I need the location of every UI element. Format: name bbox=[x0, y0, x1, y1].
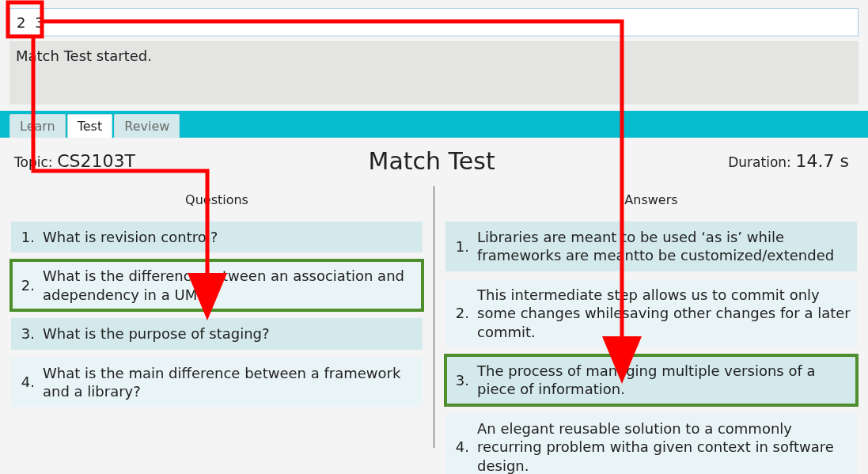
duration: Duration: 14.7 s bbox=[728, 151, 849, 171]
item-number: 4. bbox=[17, 374, 35, 390]
item-text: What is revision control? bbox=[43, 228, 416, 246]
tab-learn[interactable]: Learn bbox=[9, 114, 66, 138]
item-text: An elegant reusable solution to a common… bbox=[477, 419, 851, 474]
item-number: 3. bbox=[452, 372, 469, 389]
item-number: 1. bbox=[452, 238, 469, 255]
columns: Questions 1. What is revision control? 2… bbox=[0, 181, 868, 448]
question-item[interactable]: 1. What is revision control? bbox=[11, 222, 423, 252]
status-bar: Match Test started. bbox=[9, 41, 859, 104]
tab-label: Review bbox=[124, 119, 169, 134]
item-number: 2. bbox=[17, 277, 35, 294]
item-text: The process of managing multiple version… bbox=[477, 362, 851, 399]
question-item[interactable]: 2. What is the difference between an ass… bbox=[11, 260, 423, 310]
page-title: Match Test bbox=[135, 147, 728, 175]
tab-review[interactable]: Review bbox=[114, 114, 180, 138]
questions-column: Questions 1. What is revision control? 2… bbox=[0, 186, 434, 448]
command-input[interactable]: 2 3 bbox=[9, 8, 859, 36]
item-number: 1. bbox=[17, 229, 35, 245]
tab-test[interactable]: Test bbox=[67, 114, 113, 138]
item-number: 4. bbox=[452, 438, 469, 455]
topic: Topic: CS2103T bbox=[14, 151, 135, 171]
topic-label: Topic: bbox=[14, 154, 53, 170]
header-row: Topic: CS2103T Match Test Duration: 14.7… bbox=[0, 138, 868, 181]
item-text: What is the purpose of staging? bbox=[43, 324, 416, 343]
question-item[interactable]: 4. What is the main difference between a… bbox=[11, 358, 423, 408]
tab-label: Learn bbox=[20, 119, 55, 134]
answers-column: Answers 1. Libraries are meant to be use… bbox=[434, 186, 868, 448]
answer-item[interactable]: 1. Libraries are meant to be used ‘as is… bbox=[445, 222, 857, 271]
item-text: This intermediate step allows us to comm… bbox=[477, 286, 851, 341]
question-item[interactable]: 3. What is the purpose of staging? bbox=[11, 318, 423, 349]
duration-value: 14.7 s bbox=[796, 151, 849, 171]
topic-value: CS2103T bbox=[57, 151, 135, 171]
tab-label: Test bbox=[78, 119, 103, 134]
answer-item[interactable]: 2. This intermediate step allows us to c… bbox=[445, 279, 857, 347]
status-text: Match Test started. bbox=[16, 47, 152, 64]
item-number: 3. bbox=[17, 325, 35, 342]
answers-header: Answers bbox=[434, 186, 868, 222]
item-text: What is the main difference between a fr… bbox=[43, 364, 416, 401]
answers-list: 1. Libraries are meant to be used ‘as is… bbox=[434, 222, 868, 474]
command-input-value: 2 3 bbox=[17, 14, 47, 31]
item-text: Libraries are meant to be used ‘as is’ w… bbox=[477, 228, 851, 265]
tab-strip: Learn Test Review bbox=[0, 111, 868, 138]
answer-item[interactable]: 3. The process of managing multiple vers… bbox=[445, 355, 857, 405]
questions-header: Questions bbox=[0, 186, 434, 222]
item-text: What is the difference between an associ… bbox=[43, 267, 416, 304]
item-number: 2. bbox=[452, 305, 469, 321]
answer-item[interactable]: 4. An elegant reusable solution to a com… bbox=[445, 413, 857, 474]
questions-list: 1. What is revision control? 2. What is … bbox=[0, 222, 434, 407]
duration-label: Duration: bbox=[728, 154, 791, 170]
